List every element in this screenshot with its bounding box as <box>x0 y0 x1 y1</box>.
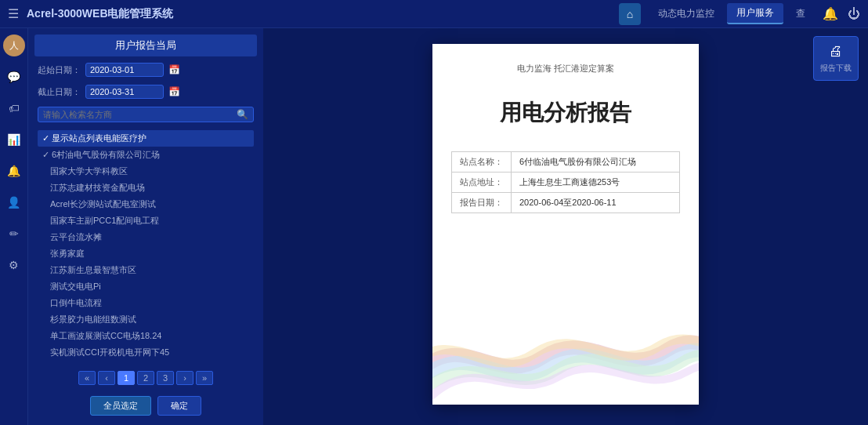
nav-item-user-service[interactable]: 用户服务 <box>727 3 783 24</box>
start-date-input[interactable] <box>85 63 164 77</box>
list-item[interactable]: 江苏志建材技资金配电场 <box>38 180 254 196</box>
list-item[interactable]: ✓ 6村油电气股份有限公司汇场 <box>38 147 254 163</box>
notification-icon[interactable]: 🔔 <box>823 6 838 21</box>
page-3-button[interactable]: 3 <box>157 371 174 385</box>
doc-header: 电力监海 托汇港迎定算案 <box>451 63 680 74</box>
topbar-right: 🔔 ⏻ <box>823 6 860 21</box>
page-prev-button[interactable]: ‹ <box>98 371 115 385</box>
start-date-label: 起始日期： <box>38 64 81 76</box>
table-cell-value: 6付临油电气股份有限公司汇场 <box>512 152 680 173</box>
table-row: 报告日期： 2020-06-04至2020-06-11 <box>452 193 680 213</box>
sidebar-tag-icon[interactable]: 🏷 <box>3 97 25 119</box>
start-date-calendar-icon[interactable]: 📅 <box>168 64 180 75</box>
list-item[interactable]: 张勇家庭 <box>38 245 254 262</box>
sidebar-edit-icon[interactable]: ✏ <box>3 223 25 245</box>
menu-icon[interactable]: ☰ <box>8 6 19 21</box>
topbar: ☰ Acrel-3000WEB电能管理系统 ⌂ 动态电力监控 用户服务 查 🔔 … <box>0 0 868 28</box>
page-last-button[interactable]: » <box>196 371 213 385</box>
table-cell-label: 站点地址： <box>452 173 512 193</box>
bottom-buttons: 全员选定 确定 <box>34 393 257 419</box>
print-icon: 🖨 <box>829 43 843 60</box>
table-cell-value: 2020-06-04至2020-06-11 <box>512 193 680 213</box>
page-1-button[interactable]: 1 <box>118 371 135 385</box>
table-cell-value: 上海生息生工商速德253号 <box>512 173 680 193</box>
list-item[interactable]: 单工画波展测试CC电场18.24 <box>38 328 254 344</box>
right-float-panel[interactable]: 🖨 报告下载 <box>813 36 859 81</box>
list-item[interactable]: ✓ 显示站点列表电能医疗护 <box>38 130 254 147</box>
station-list: ✓ 显示站点列表电能医疗护✓ 6村油电气股份有限公司汇场国家大学大学科教区江苏志… <box>34 129 257 363</box>
search-row: 🔍 <box>38 107 254 122</box>
list-item[interactable]: 测试交电电Pi <box>38 278 254 295</box>
home-button[interactable]: ⌂ <box>619 3 641 25</box>
home-icon: ⌂ <box>627 8 633 20</box>
end-date-input[interactable] <box>85 85 164 99</box>
search-input[interactable] <box>43 110 237 119</box>
doc-info-table: 站点名称： 6付临油电气股份有限公司汇场 站点地址： 上海生息生工商速德253号… <box>451 151 680 213</box>
start-date-row: 起始日期： 📅 <box>34 61 257 78</box>
list-item[interactable]: 口倒牛电流程 <box>38 295 254 311</box>
nav-item-query[interactable]: 查 <box>787 4 815 24</box>
left-panel: 用户报告当局 起始日期： 📅 截止日期： 📅 🔍 ✓ 显示站点列表电能医疗护✓ … <box>28 28 263 425</box>
avatar[interactable]: 人 <box>3 35 25 56</box>
page-2-button[interactable]: 2 <box>137 371 154 385</box>
right-float-label: 报告下载 <box>820 63 852 74</box>
table-row: 站点地址： 上海生息生工商速德253号 <box>452 173 680 193</box>
nav-item-monitoring[interactable]: 动态电力监控 <box>649 4 724 24</box>
confirm-button[interactable]: 确定 <box>157 396 201 416</box>
list-item[interactable]: 杉景胶力电能组数测试 <box>38 311 254 328</box>
table-row: 站点名称： 6付临油电气股份有限公司汇场 <box>452 152 680 173</box>
page-next-button[interactable]: › <box>176 371 193 385</box>
sidebar-chart-icon[interactable]: 📊 <box>3 129 25 151</box>
sidebar-bell-icon[interactable]: 🔔 <box>3 160 25 182</box>
table-cell-label: 站点名称： <box>452 152 512 173</box>
doc-title: 用电分析报告 <box>451 98 680 128</box>
list-item[interactable]: 国家车主副PCC1配间电工程 <box>38 212 254 229</box>
panel-title: 用户报告当局 <box>34 35 257 56</box>
end-date-calendar-icon[interactable]: 📅 <box>168 86 180 97</box>
page-first-button[interactable]: « <box>78 371 96 385</box>
sidebar-user-icon[interactable]: 👤 <box>3 191 25 213</box>
main-layout: 人 💬 🏷 📊 🔔 👤 ✏ ⚙ 用户报告当局 起始日期： 📅 截止日期： 📅 🔍… <box>0 28 868 425</box>
doc-wave-decoration <box>432 311 699 405</box>
sidebar-icons: 人 💬 🏷 📊 🔔 👤 ✏ ⚙ <box>0 28 28 425</box>
power-icon[interactable]: ⏻ <box>848 7 860 21</box>
sidebar-chat-icon[interactable]: 💬 <box>3 66 25 88</box>
list-item[interactable]: 国家大学大学科教区 <box>38 163 254 180</box>
app-title: Acrel-3000WEB电能管理系统 <box>27 7 611 21</box>
table-cell-label: 报告日期： <box>452 193 512 213</box>
select-all-button[interactable]: 全员选定 <box>90 396 151 416</box>
main-content: 电力监海 托汇港迎定算案 用电分析报告 站点名称： 6付临油电气股份有限公司汇场… <box>263 28 868 425</box>
pagination: « ‹ 1 2 3 › » <box>34 368 257 388</box>
search-icon[interactable]: 🔍 <box>237 109 248 120</box>
end-date-row: 截止日期： 📅 <box>34 83 257 100</box>
list-item[interactable]: 云平台流水摊 <box>38 229 254 245</box>
sidebar-settings-icon[interactable]: ⚙ <box>3 254 25 276</box>
list-item[interactable]: 实机测试CCI开税机电开网下45 <box>38 344 254 361</box>
list-item[interactable]: 江苏新生息最智慧市区 <box>38 262 254 278</box>
document: 电力监海 托汇港迎定算案 用电分析报告 站点名称： 6付临油电气股份有限公司汇场… <box>432 44 699 405</box>
topbar-nav: 动态电力监控 用户服务 查 <box>649 3 815 24</box>
list-item[interactable]: Acrel长沙测站试配电室测试 <box>38 196 254 212</box>
end-date-label: 截止日期： <box>38 86 81 98</box>
list-item[interactable]: 教学综合 <box>38 361 254 363</box>
